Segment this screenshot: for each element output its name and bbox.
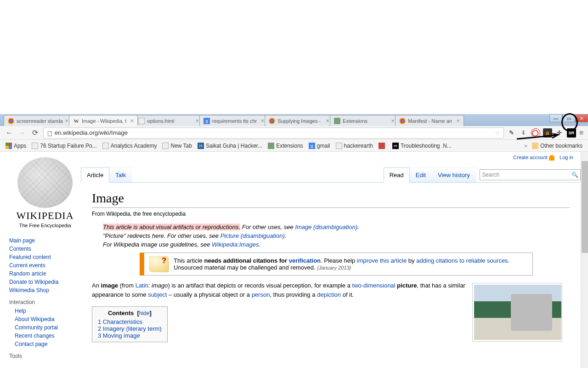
ambox-text: This article needs additional citations … <box>174 257 528 271</box>
page-icon: 🗋 <box>46 130 53 136</box>
close-icon[interactable]: × <box>195 117 199 124</box>
forward-button[interactable]: → <box>17 127 28 138</box>
link-improve[interactable]: improve this article <box>357 257 407 264</box>
ambox-date: (January 2013) <box>317 265 351 270</box>
bookmark-item[interactable]: ggmail <box>306 141 333 151</box>
chrome-menu-button[interactable]: ≡ <box>577 129 585 137</box>
other-bookmarks-label: Other bookmarks <box>540 143 582 149</box>
close-icon[interactable]: × <box>130 117 134 124</box>
close-icon[interactable]: × <box>326 117 329 124</box>
reload-button[interactable]: ⟳ <box>29 127 40 138</box>
tab-edit[interactable]: Edit <box>410 167 432 182</box>
tab-options[interactable]: options.html× <box>134 115 203 126</box>
tab-extensions[interactable]: Extensions× <box>330 115 399 126</box>
bookmark-item[interactable]: 76 Startup Failure Po... <box>29 141 99 151</box>
tab-wikipedia-image[interactable]: WImage - Wikipedia, t× <box>69 115 138 126</box>
toc-hide-link[interactable]: hide <box>139 310 150 316</box>
article-thumbnail[interactable] <box>472 283 562 342</box>
tab-read[interactable]: Read <box>384 167 410 183</box>
overflow-chevron-icon[interactable]: » <box>524 143 527 149</box>
maximize-button[interactable]: ▭ <box>562 114 575 122</box>
tab-article[interactable]: Article <box>81 167 109 183</box>
bookmark-star-icon[interactable]: ☆ <box>495 129 501 137</box>
tab-label: screenreader standa <box>17 118 63 124</box>
chrome-icon <box>399 118 406 124</box>
create-account-link[interactable]: Create account <box>513 155 548 160</box>
link-wp-images[interactable]: Wikipedia:Images <box>212 241 259 248</box>
toc-item[interactable]: 2 Imagery (literary term) <box>98 325 162 332</box>
tab-history[interactable]: View history <box>432 167 476 182</box>
link-subject[interactable]: subject <box>148 291 167 298</box>
back-button[interactable]: ← <box>4 127 15 138</box>
folder-icon <box>532 143 538 149</box>
link-latin[interactable]: Latin <box>136 282 148 289</box>
nav-shop[interactable]: Wikimedia Shop <box>9 286 81 294</box>
bookmark-item[interactable] <box>376 141 390 151</box>
nav-contents[interactable]: Contents <box>9 245 81 253</box>
bookmark-item[interactable]: hackerearth <box>333 141 376 151</box>
nav-donate[interactable]: Donate to Wikipedia <box>9 278 81 286</box>
scrollbar-thumb[interactable] <box>582 161 588 253</box>
link-verification[interactable]: verification <box>289 257 321 264</box>
article: Image From Wikipedia, the free encyclope… <box>81 183 581 342</box>
file-icon <box>138 118 145 124</box>
tab-screenreader[interactable]: screenreader standa× <box>4 115 73 126</box>
tab-requirements[interactable]: grequirements tts chr× <box>199 115 268 126</box>
wiki-tagline: The Free Encyclopedia <box>9 223 81 228</box>
tab-manifest[interactable]: Manifest - Name an× <box>395 115 464 126</box>
tab-supplying-images[interactable]: Supplying Images -× <box>265 115 334 126</box>
nav-about[interactable]: About Wikipedia <box>9 315 81 323</box>
hatnote-picture: "Picture" redirects here. For other uses… <box>103 232 570 239</box>
nav-recent-changes[interactable]: Recent changes <box>9 332 81 340</box>
wiki-search-input[interactable]: Search 🔍 <box>480 169 581 180</box>
chrome-icon <box>269 118 275 124</box>
toc-item[interactable]: 3 Moving image <box>98 332 140 339</box>
login-link[interactable]: Log in <box>560 155 573 160</box>
link-image-disambig[interactable]: Image (disambiguation) <box>295 224 357 230</box>
link-depiction[interactable]: depiction <box>317 291 341 298</box>
nav-heading-tools: Tools <box>9 348 81 361</box>
hatnote-guidelines: For Wikipedia image use guidelines, see … <box>103 241 570 248</box>
link-adding-citations[interactable]: adding citations to reliable sources <box>416 257 508 264</box>
close-icon[interactable]: × <box>391 117 395 124</box>
bookmark-item[interactable]: Extensions <box>265 141 306 151</box>
link-picture-disambig[interactable]: Picture (disambiguation) <box>220 232 285 239</box>
tab-talk[interactable]: Talk <box>109 167 132 182</box>
link-two-dimensional[interactable]: two-dimensional <box>352 282 396 289</box>
minimize-button[interactable]: — <box>549 114 562 122</box>
sr-extension-icon[interactable]: SR <box>567 128 576 138</box>
wiki-main: Create account Log in Article Talk Read … <box>81 152 588 368</box>
apps-icon <box>6 143 12 149</box>
bookmark-item[interactable]: Analytics Academy <box>100 141 160 151</box>
toc-item[interactable]: 1 Characteristics <box>98 318 142 325</box>
close-icon[interactable]: × <box>65 117 68 124</box>
file-icon <box>336 143 342 149</box>
bookmark-item[interactable]: mTroubleshooting .N... <box>390 141 454 151</box>
google-icon: g <box>309 143 315 149</box>
nav-featured[interactable]: Featured content <box>9 253 81 261</box>
search-icon[interactable]: 🔍 <box>571 172 578 178</box>
nav-main-page[interactable]: Main page <box>9 236 81 245</box>
nav-help[interactable]: Help <box>9 307 81 315</box>
page-subtitle: From Wikipedia, the free encyclopedia <box>92 211 570 217</box>
nav-community[interactable]: Community portal <box>9 323 81 332</box>
nav-current-events[interactable]: Current events <box>9 261 81 270</box>
annotation-arrow <box>514 133 560 143</box>
nav-contact[interactable]: Contact page <box>9 340 81 348</box>
bookmark-label: hackerearth <box>344 143 373 149</box>
bookmark-item[interactable]: HSaikat Guha | Hacker... <box>195 141 265 151</box>
vertical-scrollbar[interactable] <box>581 152 588 368</box>
address-bar[interactable]: 🗋 en.wikipedia.org/wiki/Image ☆ <box>43 127 504 138</box>
wiki-globe-icon <box>17 157 73 208</box>
wiki-logo[interactable]: WIKIPEDIA The Free Encyclopedia <box>9 157 81 228</box>
apps-button[interactable]: Apps <box>3 141 29 151</box>
page-content: WIKIPEDIA The Free Encyclopedia Main pag… <box>0 152 588 368</box>
close-icon[interactable]: × <box>456 117 460 124</box>
bookmark-item[interactable]: New Tab <box>159 141 194 151</box>
nav-random[interactable]: Random article <box>9 270 81 278</box>
wiki-wordmark: WIKIPEDIA <box>9 210 81 222</box>
file-icon <box>32 143 38 149</box>
link-person[interactable]: person <box>252 291 270 298</box>
close-icon[interactable]: × <box>260 117 264 124</box>
close-window-button[interactable]: ✕ <box>575 114 588 122</box>
